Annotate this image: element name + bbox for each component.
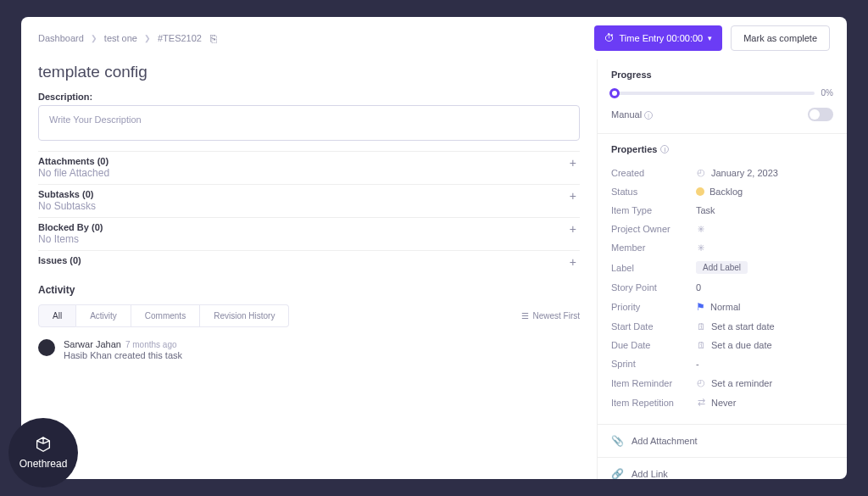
subtasks-section: Subtasks (0) No Subtasks + [38,184,580,217]
activity-user: Sarwar Jahan [64,339,121,349]
flag-icon: ⚑ [696,301,705,313]
add-issue-icon[interactable]: + [566,255,580,269]
clock-icon [604,32,615,44]
add-subtask-icon[interactable]: + [566,189,580,203]
subtasks-header: Subtasks (0) [38,189,96,199]
slider-thumb[interactable] [609,88,620,98]
tab-all[interactable]: All [38,304,76,327]
prop-created-value[interactable]: ◴January 2, 2023 [696,167,833,178]
clock-icon: ◴ [696,167,706,178]
clock-icon: ◴ [696,377,706,388]
prop-due-date-label: Due Date [611,340,696,350]
prop-story-label: Story Point [611,282,696,293]
blocked-by-header: Blocked By (0) [38,222,103,232]
prop-sprint-label: Sprint [611,359,696,369]
link-icon: 🔗 [611,468,623,479]
brand-badge: Onethread [8,418,78,488]
add-attachment-button[interactable]: 📎 Add Attachment [598,425,847,458]
info-icon[interactable]: i [644,111,653,120]
prop-member-value[interactable]: ⛯ [696,242,833,253]
progress-section: Progress 0% Manual i [598,59,847,134]
prop-story-value[interactable]: 0 [696,282,833,293]
activity-timestamp: 7 months ago [125,340,177,349]
activity-tabs: All Activity Comments Revision History [38,304,289,327]
prop-type-label: Item Type [611,205,696,215]
user-icon: ⛯ [696,242,706,253]
add-blocker-icon[interactable]: + [566,222,580,236]
add-attachment-icon[interactable]: + [566,156,580,170]
progress-header: Progress [611,70,833,80]
prop-start-date-value[interactable]: 🗓Set a start date [696,321,833,332]
info-icon[interactable]: i [660,145,669,153]
prop-created-label: Created [611,168,696,178]
prop-status-value[interactable]: Backlog [696,187,833,197]
sort-button[interactable]: ☰ Newest First [521,311,580,320]
prop-status-label: Status [611,187,696,197]
description-input[interactable]: Write Your Description [38,105,580,141]
topbar: Dashboard ❯ test one ❯ #TES2102 ⎘ Time E… [21,17,847,59]
calendar-icon: 🗓 [696,321,706,332]
tab-activity[interactable]: Activity [76,304,131,327]
brand-logo-icon [34,436,53,454]
properties-header: Properties i [611,144,833,154]
add-link-label: Add Link [632,469,668,479]
issues-header: Issues (0) [38,255,81,265]
side-panel: Progress 0% Manual i Properties i Create… [597,59,847,479]
manual-toggle[interactable] [808,108,833,121]
prop-due-date-value[interactable]: 🗓Set a due date [696,340,833,350]
attachments-empty: No file Attached [38,167,109,179]
subtasks-empty: No Subtasks [38,200,96,212]
prop-label-label: Label [611,263,696,273]
prop-start-date-label: Start Date [611,321,696,332]
breadcrumb-project[interactable]: test one [104,33,137,43]
activity-title: Activity [38,284,580,296]
prop-reminder-label: Item Reminder [611,378,696,388]
chevron-right-icon: ❯ [144,34,151,42]
prop-reminder-value[interactable]: ◴Set a reminder [696,377,833,388]
copy-link-icon[interactable]: ⎘ [210,32,217,45]
attachments-header: Attachments (0) [38,156,109,166]
prop-member-label: Member [611,242,696,253]
activity-text: Hasib Khan created this task [64,350,182,360]
manual-label: Manual i [611,109,653,120]
prop-owner-value[interactable]: ⛯ [696,224,833,234]
status-dot-icon [696,187,704,196]
blocked-by-section: Blocked By (0) No Items + [38,217,580,250]
avatar[interactable] [38,339,55,356]
activity-section: Activity All Activity Comments Revision … [38,284,580,360]
prop-priority-value[interactable]: ⚑Normal [696,301,833,313]
topbar-actions: Time Entry 00:00:00 ▾ Mark as complete [594,25,830,51]
blocked-by-empty: No Items [38,233,103,245]
properties-section: Properties i Created◴January 2, 2023 Sta… [598,134,847,425]
attachment-icon: 📎 [611,435,623,447]
add-label-button[interactable]: Add Label [696,261,748,274]
sort-icon: ☰ [521,311,529,320]
calendar-icon: 🗓 [696,340,706,350]
tab-revision-history[interactable]: Revision History [200,304,289,327]
content-body: template config Description: Write Your … [21,59,847,479]
sort-label: Newest First [532,311,580,320]
breadcrumb-task-id[interactable]: #TES2102 [158,33,202,43]
tab-comments[interactable]: Comments [131,304,200,327]
activity-item: Sarwar Jahan 7 months ago Hasib Khan cre… [38,339,580,360]
chevron-right-icon: ❯ [91,34,97,42]
progress-slider[interactable] [611,92,815,95]
app-window: Dashboard ❯ test one ❯ #TES2102 ⎘ Time E… [21,17,847,479]
main-panel: template config Description: Write Your … [21,59,597,479]
user-icon: ⛯ [696,224,706,234]
attachments-section: Attachments (0) No file Attached + [38,151,580,184]
time-entry-button[interactable]: Time Entry 00:00:00 ▾ [594,25,723,51]
add-link-button[interactable]: 🔗 Add Link [598,458,847,479]
prop-sprint-value[interactable]: - [696,359,833,369]
issues-section: Issues (0) + [38,250,580,274]
task-title[interactable]: template config [38,63,580,81]
breadcrumb-dashboard[interactable]: Dashboard [38,33,84,43]
description-label: Description: [38,92,580,102]
add-attachment-label: Add Attachment [632,436,698,446]
prop-type-value[interactable]: Task [696,205,833,215]
repeat-icon: ⇄ [696,397,706,408]
chevron-down-icon: ▾ [708,34,712,42]
progress-percent: 0% [821,88,833,98]
mark-complete-button[interactable]: Mark as complete [731,25,830,51]
prop-repetition-value[interactable]: ⇄Never [696,397,833,408]
